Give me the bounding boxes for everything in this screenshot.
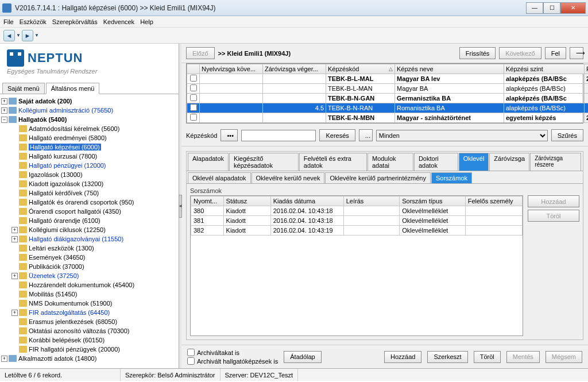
row-checkbox[interactable] [190,104,197,111]
tree-toggle-icon[interactable]: + [11,310,18,316]
tree-node[interactable]: NMS Dokumentumok (51900) [1,299,177,308]
chk-archived[interactable]: Archiváltakat is [187,349,278,356]
chk-archived-student[interactable]: Archivált hallgatóképzések is [187,357,278,365]
row-checkbox[interactable] [190,114,197,121]
sub-col-header[interactable]: Kiadás dátuma [270,196,343,206]
tree-node[interactable]: +Kollégiumi ciklusok (12250) [1,225,177,234]
tab-6[interactable]: Záróvizsga [489,153,529,171]
tree-node[interactable]: Hallgató képzései (6000) [1,142,177,152]
menu-favorites[interactable]: Kedvencek [103,18,134,25]
tree-node[interactable]: Órarendi csoport hallgatói (4350) [1,207,177,216]
tree-node[interactable]: Hozzárendelt dokumentumok (45400) [1,280,177,290]
tree-node[interactable]: +Hallgató diákigazolványai (11550) [1,234,177,244]
sub-delete-button[interactable]: Töröl [528,210,579,222]
sub-col-header[interactable]: Nyomt... [191,196,224,206]
tree-node[interactable]: +FIR adatszolgáltatás (64450) [1,308,177,317]
menu-help[interactable]: Help [140,18,153,25]
tree-node[interactable]: Mobilitás (51450) [1,290,177,299]
sub-grid[interactable]: Nyomt...StátuszKiadás dátumaLeírásSorszá… [190,195,523,336]
cancel-button[interactable]: Mégsem [546,351,582,363]
tree-node[interactable]: Hallgató órarendje (6100) [1,216,177,225]
menu-tools[interactable]: Eszközök [20,18,47,25]
table-row[interactable]: TEBK-B-L-MALMagyar BA levalapképzés (BA/… [187,74,589,84]
tree-node[interactable]: Hallgatók és órarendi csoportok (950) [1,198,177,207]
tab-1[interactable]: Kiegészítő képzésadatok [229,153,299,171]
row-checkbox[interactable] [190,84,197,91]
sub-row[interactable]: 381Kiadott2016.02.04. 10:43:18Oklevélmel… [191,216,523,226]
tree-node[interactable]: Hallgató kurzusai (7800) [1,152,177,161]
col-header[interactable]: Nyelvvizsga köve... [200,64,263,74]
tab-7[interactable]: Záróvizsga részere [530,153,581,171]
save-button[interactable]: Mentés [506,351,540,363]
tree-node[interactable]: Események (34650) [1,253,177,262]
tree-toggle-icon[interactable]: − [1,117,7,123]
next-button[interactable]: Következő [499,47,541,59]
add-button[interactable]: Hozzáad [384,351,421,363]
tree-node[interactable]: Kiadott igazolások (13200) [1,179,177,188]
tree-node[interactable]: +Alkalmazotti adatok (14800) [1,354,177,363]
close-button[interactable]: ✕ [560,2,586,14]
tree-node[interactable]: +Kollégiumi adminisztráció (75650) [1,106,177,115]
prev-button[interactable]: Előző [186,47,215,59]
subtab-1[interactable]: Oklevélre kerülő nevek [252,172,325,183]
top-grid[interactable]: Nyelvvizsga köve...Záróvizsga véger...Ké… [186,63,583,124]
menu-role[interactable]: Szerepkörváltás [52,18,98,25]
tree-toggle-icon[interactable]: + [11,236,18,242]
search-select[interactable]: Minden [376,130,548,141]
row-checkbox[interactable] [190,94,197,101]
tree-node[interactable]: +Saját adatok (200) [1,97,177,106]
tree-toggle-icon[interactable]: + [11,227,18,233]
tab-2[interactable]: Felvételi és extra adatok [299,153,367,171]
splitter[interactable]: ◄ [179,44,181,368]
sub-add-button[interactable]: Hozzáad [528,195,579,207]
tree-node[interactable]: +Üzenetek (37250) [1,271,177,280]
sub-col-header[interactable]: Sorszám típus [400,196,466,206]
table-row[interactable]: TEBK-E-N-MBNMagyar - színháztörténetegye… [187,113,589,123]
col-header[interactable]: Képzési szint [504,64,585,74]
subtab-3[interactable]: Sorszámok [431,172,472,183]
edit-button[interactable]: Szerkeszt [427,351,467,363]
tree-node[interactable]: Leltári eszközök (1300) [1,244,177,253]
sub-row[interactable]: 382Kiadott2016.02.04. 10:43:19Oklevélmel… [191,226,523,236]
tree-node[interactable]: Hallgatói kérdőívek (750) [1,188,177,198]
tab-altalanos-menu[interactable]: Általános menü [46,83,100,94]
nav-forward-button[interactable]: ► [22,30,33,41]
col-header[interactable] [187,64,200,74]
nav-back-button[interactable]: ◄ [3,30,15,41]
sub-row[interactable]: 380Kiadott2016.02.04. 10:43:18Oklevélmel… [191,206,523,216]
filter-button[interactable]: Szűrés [551,129,583,141]
sub-col-header[interactable]: Leírás [343,196,399,206]
tree-node[interactable]: Hallgató eredményei (5800) [1,133,177,142]
tree-node[interactable]: Korábbi belépések (60150) [1,335,177,345]
tree-toggle-icon[interactable]: + [11,273,18,279]
tree-toggle-icon[interactable]: + [1,356,7,362]
tab-sajat-menu[interactable]: Saját menü [2,83,45,94]
tree-node[interactable]: Adatmódosítási kérelmek (5600) [1,124,177,133]
up-button[interactable]: Fel [545,47,566,59]
search-more-button[interactable]: ... [359,129,373,141]
tree-node[interactable]: −Hallgatók (5400) [1,115,177,124]
col-header[interactable]: Záróvizsga véger... [263,64,326,74]
atadolap-button[interactable]: Átadólap [284,351,321,363]
col-header[interactable]: Felv [585,64,589,74]
tree-node[interactable]: Hallgató pénzügyei (12000) [1,161,177,170]
search-picker-button[interactable]: ••• [220,129,238,141]
tree-node[interactable]: Publikációk (37000) [1,262,177,271]
minimize-button[interactable]: — [526,2,543,14]
subtab-2[interactable]: Oklevélre kerülő partnerintézmény [325,172,431,183]
col-header[interactable]: Képzés neve [395,64,504,74]
table-row[interactable]: 4.5TEBK-B-N-RANRomanisztika BAalapképzés… [187,103,589,113]
chk-archived-student-box[interactable] [187,357,195,365]
tree-node[interactable]: Erasmus jelentkezések (68050) [1,317,177,326]
row-checkbox[interactable] [190,75,197,82]
tree-node[interactable]: Igazolások (13000) [1,170,177,179]
refresh-button[interactable]: Frissítés [459,47,496,59]
tab-5[interactable]: Oklevél [459,153,489,171]
sub-col-header[interactable]: Felelős személy [465,196,522,206]
chk-archived-box[interactable] [187,349,195,356]
search-button[interactable]: Keresés [319,129,355,141]
nav-back-dropdown[interactable]: ▼ [16,33,21,38]
tree-node[interactable]: FIR hallgatói pénzügyek (20000) [1,345,177,354]
tree-node[interactable]: Oktatási azonosító változás (70300) [1,326,177,335]
splitter-handle-icon[interactable]: ◄ [179,195,182,218]
